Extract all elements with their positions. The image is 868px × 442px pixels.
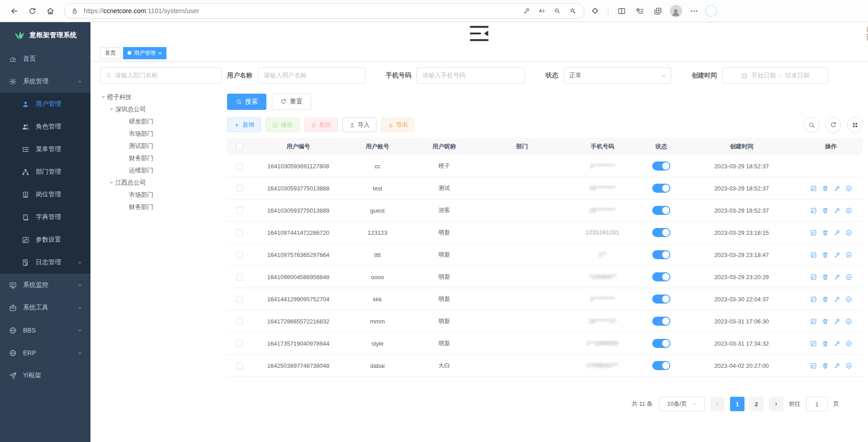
edit-icon[interactable] [810,362,817,369]
tag-view[interactable]: 用户管理 × [123,47,166,59]
address-bar[interactable]: https://ccnetcore.com:1101/system/user [64,3,584,19]
page-number[interactable]: 1 [730,397,745,411]
sidebar-item[interactable]: 系统工具 [0,296,90,319]
assign-check-icon[interactable] [845,252,852,258]
edit-icon[interactable] [810,252,817,258]
collections-icon[interactable] [650,3,665,19]
read-aloud-icon[interactable] [535,4,549,18]
edit-icon[interactable] [810,318,817,325]
tree-node[interactable]: 深圳总公司 [100,103,222,115]
row-checkbox[interactable] [236,185,243,192]
reset-password-key-icon[interactable] [834,274,840,280]
password-key-icon[interactable] [520,4,533,18]
more-dots-icon[interactable] [686,3,702,19]
delete-icon[interactable] [822,340,829,347]
assign-check-icon[interactable] [845,185,852,192]
reload-icon[interactable] [24,3,40,19]
reset-button[interactable]: 重置 [272,94,311,110]
status-toggle[interactable] [652,272,670,281]
sidebar-item[interactable]: 系统监控 [0,274,90,296]
assign-check-icon[interactable] [845,362,852,369]
reset-password-key-icon[interactable] [834,185,840,192]
sidebar-item[interactable]: 用户管理 [0,93,90,115]
reset-password-key-icon[interactable] [834,252,840,258]
home-icon[interactable] [43,3,58,19]
sidebar-item[interactable]: ERP [0,342,90,364]
tree-node[interactable]: 市场部门 [100,128,222,140]
assign-check-icon[interactable] [845,274,852,280]
status-toggle[interactable] [652,206,670,215]
tree-node[interactable]: 市场部门 [100,189,222,201]
status-toggle[interactable] [652,162,670,171]
edit-icon[interactable] [810,229,817,236]
select-all-checkbox[interactable] [236,143,243,150]
tree-node[interactable]: 财务部门 [100,152,222,164]
sidebar-item[interactable]: 部门管理 [0,161,90,183]
tree-node[interactable]: 运维部门 [100,164,222,176]
app-logo[interactable]: 意框架管理系统 [0,22,90,48]
url-text[interactable]: https://ccnetcore.com:1101/system/user [84,7,520,14]
reset-password-key-icon[interactable] [834,318,840,325]
phone-input[interactable]: 请输入手机号码 [417,67,525,84]
back-icon[interactable] [6,3,22,19]
edit-icon[interactable] [810,185,817,192]
dept-search-input[interactable]: 请输入部门名称 [100,67,222,84]
row-checkbox[interactable] [236,296,243,303]
status-toggle[interactable] [652,317,670,326]
row-checkbox[interactable] [236,362,243,369]
edit-icon[interactable] [810,296,817,303]
status-toggle[interactable] [652,184,670,193]
sidebar-item[interactable]: BBS [0,319,90,342]
sidebar-item[interactable]: 菜单管理 [0,138,90,161]
delete-icon[interactable] [822,274,829,280]
refresh-circle-icon[interactable] [825,117,841,133]
tag-view[interactable]: 首页 × [100,47,120,59]
status-toggle[interactable] [652,361,670,370]
assign-check-icon[interactable] [845,207,852,214]
tree-node[interactable]: 测试部门 [100,140,222,152]
status-toggle[interactable] [652,228,670,237]
reset-password-key-icon[interactable] [834,229,840,236]
export-button[interactable]: 导出 [381,118,415,132]
row-checkbox[interactable] [236,340,243,347]
goto-page-input[interactable]: 1 [806,397,828,411]
page-size-select[interactable]: 10条/页 [659,397,705,411]
copilot-icon[interactable] [704,4,718,18]
status-select[interactable]: 正常 [564,67,671,84]
date-range-picker[interactable]: 开始日期 - 结束日期 [722,67,828,84]
delete-icon[interactable] [822,229,829,236]
sidebar-item[interactable]: 角色管理 [0,115,90,138]
tree-node[interactable]: 研发部门 [100,115,222,128]
status-toggle[interactable] [652,339,670,348]
status-toggle[interactable] [652,295,670,304]
reset-password-key-icon[interactable] [834,340,840,347]
columns-grid-icon[interactable] [847,117,863,133]
edit-icon[interactable] [810,274,817,280]
row-checkbox[interactable] [236,318,243,325]
delete-icon[interactable] [822,252,829,258]
breadcrumb-item[interactable]: 首页 / [866,25,868,42]
row-checkbox[interactable] [236,274,243,280]
row-checkbox[interactable] [236,229,243,236]
page-number[interactable]: 2 [749,397,764,411]
tree-node[interactable]: 财务部门 [100,201,222,213]
search-circle-icon[interactable] [804,117,819,133]
tree-node[interactable]: 江西总公司 [100,176,222,189]
username-input[interactable]: 请输入用户名称 [258,67,365,84]
delete-button[interactable]: 删除 [304,118,338,132]
row-checkbox[interactable] [236,163,243,170]
sidebar-item[interactable]: 字典管理 [0,206,90,228]
edit-icon[interactable] [810,207,817,214]
sidebar-item[interactable]: 首页 [0,48,90,70]
assign-check-icon[interactable] [845,340,852,347]
row-checkbox[interactable] [236,252,243,258]
browser-essentials-icon[interactable] [587,3,602,19]
sidebar-fold-icon[interactable] [100,22,858,45]
delete-icon[interactable] [822,207,829,214]
assign-check-icon[interactable] [845,229,852,236]
reset-password-key-icon[interactable] [834,207,840,214]
sidebar-item[interactable]: 岗位管理 [0,183,90,206]
favorites-icon[interactable] [632,3,647,19]
assign-check-icon[interactable] [845,296,852,303]
import-button[interactable]: 导入 [342,118,376,132]
